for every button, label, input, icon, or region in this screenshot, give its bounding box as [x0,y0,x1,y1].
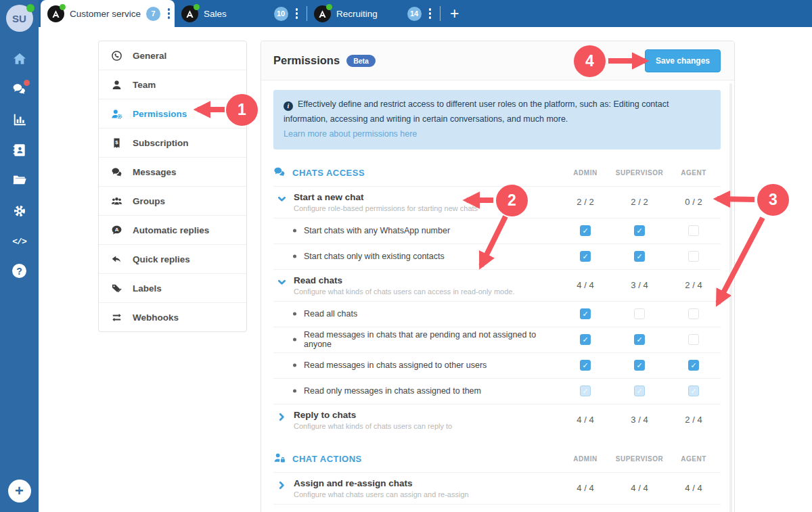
sidebar-item-subscription[interactable]: $Subscription [99,128,246,157]
workspace-tab-label: Recruiting [336,9,402,19]
permission-checkbox-disabled: ✓ [580,386,591,396]
whatsapp-icon [110,49,123,62]
permission-group-row: Start a new chatConfigure role-based per… [273,186,721,218]
permission-checkbox-checked[interactable]: ✓ [634,334,645,345]
permission-count: 2 / 2 [612,197,667,207]
sidebar-item-webhooks[interactable]: Webhooks [99,302,246,331]
permission-count: 2 / 2 [558,197,612,207]
svg-text:A: A [114,227,118,233]
tab-menu-icon[interactable] [427,8,433,18]
permission-checkbox-unchecked[interactable] [634,308,645,319]
section-header: CHAT ACTIONSADMINSUPERVISORAGENT [273,452,721,472]
permission-checkbox-checked[interactable]: ✓ [580,334,591,345]
permission-count: 4 / 4 [558,483,612,493]
permission-group-title[interactable]: Start a new chat [294,192,558,202]
permission-checkbox-disabled: ✓ [634,386,645,396]
chevron-down-icon[interactable] [277,277,286,286]
permission-checkbox-checked[interactable]: ✓ [580,225,591,236]
info-banner: iEffectively define and restrict access … [273,90,721,149]
sidebar-item-permissions[interactable]: Permissions [99,99,246,128]
permission-checkbox-checked[interactable]: ✓ [580,251,591,262]
permission-checkbox-checked[interactable]: ✓ [634,251,645,262]
sidebar-item-team[interactable]: Team [99,70,246,99]
permission-group-title[interactable]: Reply to chats [294,410,558,420]
permission-checkbox-checked[interactable]: ✓ [634,360,645,371]
permission-count: 4 / 4 [612,483,667,493]
tab-menu-icon[interactable] [166,8,172,18]
permission-group-subtitle: Configure what chats users can assign an… [294,490,558,498]
workspace-tab-customer-service[interactable]: Customer service7 [41,0,175,27]
help-icon[interactable]: ? [12,264,26,278]
settings-menu: GeneralTeamPermissions$SubscriptionMessa… [98,41,247,332]
sidebar-item-label: Permissions [133,109,187,119]
developer-icon[interactable]: </> [12,233,28,250]
workspace-online-dot [326,4,332,10]
unread-count-badge: 7 [146,7,160,21]
permission-checkbox-unchecked[interactable] [688,225,699,236]
permission-checkbox-checked[interactable]: ✓ [688,360,699,371]
home-icon[interactable] [12,51,28,67]
permission-child-row: Read messages in chats assigned to other… [273,352,721,378]
column-header-agent: AGENT [667,169,721,177]
sidebar-item-general[interactable]: General [99,41,246,70]
settings-icon[interactable] [12,203,28,219]
permissions-body: iEffectively define and restrict access … [261,80,734,512]
workspace: GeneralTeamPermissions$SubscriptionMessa… [39,27,812,512]
beta-badge: Beta [346,55,376,67]
sidebar-item-labels[interactable]: Labels [99,273,246,302]
unread-count-badge: 14 [407,7,422,21]
permission-checkbox-checked[interactable]: ✓ [580,308,591,319]
permission-count: 4 / 4 [558,280,612,290]
sidebar-item-groups[interactable]: Groups [99,186,246,215]
permission-child-row: Start chats only with existing contacts✓… [273,243,721,269]
folder-icon[interactable] [12,172,28,189]
add-tab-button[interactable]: + [441,0,468,27]
workspace-tab-recruiting[interactable]: Recruiting14 [307,0,440,27]
add-workspace-button[interactable]: + [8,480,31,503]
permission-group-title[interactable]: Assign and re-assign chats [294,478,558,488]
sidebar-item-messages[interactable]: Messages [99,157,246,186]
section-title: CHAT ACTIONS [292,454,362,464]
analytics-icon[interactable] [12,112,28,128]
chats-icon[interactable] [12,81,28,97]
chevron-right-icon[interactable] [277,480,286,489]
permission-child-row: Read messages in chats that are pending … [273,327,721,352]
sidebar-item-label: Messages [133,167,177,177]
permission-group-row [273,504,721,512]
chevron-right-icon[interactable] [277,412,286,421]
receipt-icon: $ [110,136,123,149]
permission-checkbox-checked[interactable]: ✓ [580,360,591,371]
sidebar-item-label: Subscription [133,138,189,148]
permission-child-title: Start chats with any WhatsApp number [304,226,450,235]
sidebar-item-quick-replies[interactable]: Quick replies [99,244,246,273]
permission-child-title: Read messages in chats assigned to other… [304,360,487,370]
column-header-supervisor: SUPERVISOR [612,169,667,177]
workspace-tab-sales[interactable]: Sales10 [175,0,307,27]
avatar[interactable]: SU [6,5,33,32]
scrollbar[interactable] [729,83,732,512]
permission-child-title: Read messages in chats that are pending … [304,330,536,349]
learn-more-link[interactable]: Learn more about permissions here [284,127,417,142]
sidebar-item-label: Groups [133,196,165,206]
permission-child-row: Read only messages in chats assigned to … [273,378,721,404]
permission-count: 2 / 4 [667,415,721,425]
permission-checkbox-unchecked[interactable] [688,251,699,262]
section-title: CHATS ACCESS [292,168,365,178]
workspace-tabbar: Customer service7Sales10Recruiting14+ [39,0,812,27]
contacts-icon[interactable] [12,142,28,158]
tab-menu-icon[interactable] [294,8,300,18]
chat-actions-icon [273,452,286,467]
permission-child-row: Read all chats✓ [273,301,721,327]
save-changes-button[interactable]: Save changes [645,49,721,72]
permission-checkbox-unchecked[interactable] [688,334,699,345]
permission-checkbox-unchecked[interactable] [688,308,699,319]
permission-count: 4 / 4 [558,415,612,425]
chevron-down-icon[interactable] [277,194,286,203]
sidebar-item-automatic-replies[interactable]: AAutomatic replies [99,215,246,244]
permission-group-title[interactable]: Read chats [294,275,558,285]
workspace-online-dot [60,4,66,10]
left-sidebar: SU </>? + [0,0,39,512]
column-header-admin: ADMIN [558,169,612,177]
bullet-icon [293,364,296,367]
permission-checkbox-checked[interactable]: ✓ [634,225,645,236]
